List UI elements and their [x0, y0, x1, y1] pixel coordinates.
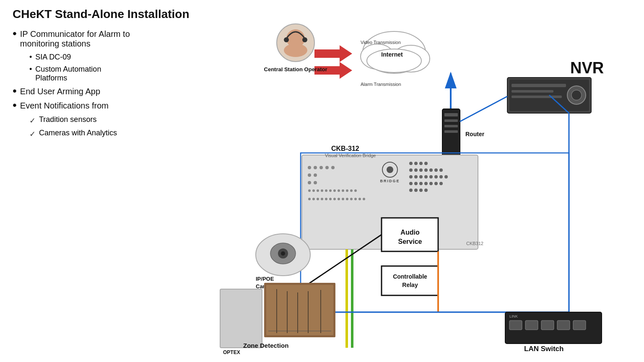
svg-text:Service: Service	[398, 238, 422, 245]
svg-text:Internet: Internet	[381, 51, 403, 58]
svg-point-27	[382, 162, 397, 177]
bullet-sub-cameras: ✓ Cameras with Analytics	[29, 129, 189, 139]
svg-rect-15	[512, 90, 553, 93]
svg-point-113	[278, 248, 288, 259]
svg-point-40	[312, 189, 315, 192]
svg-rect-14	[512, 84, 566, 87]
bullet-sub-text-custom: Custom AutomationPlatforms	[35, 65, 101, 83]
svg-point-144	[277, 24, 314, 62]
svg-text:CKB-312: CKB-312	[331, 145, 359, 152]
svg-point-85	[414, 182, 418, 185]
svg-point-55	[325, 198, 327, 200]
diagram-svg: Internet Video Transmission Alarm Transm…	[218, 13, 629, 356]
svg-point-36	[314, 173, 317, 177]
svg-marker-6	[314, 45, 352, 62]
svg-point-37	[308, 181, 311, 184]
svg-point-118	[275, 315, 291, 330]
svg-point-59	[342, 198, 344, 200]
svg-rect-136	[541, 321, 554, 330]
svg-point-67	[419, 162, 423, 165]
svg-point-52	[312, 198, 315, 200]
svg-point-47	[342, 189, 344, 192]
svg-point-61	[350, 198, 353, 200]
svg-point-30	[308, 166, 311, 169]
svg-point-64	[363, 198, 365, 200]
svg-point-72	[424, 168, 428, 172]
svg-point-62	[354, 198, 357, 200]
svg-point-39	[308, 189, 311, 192]
svg-point-88	[429, 182, 433, 185]
svg-text:CKB312: CKB312	[466, 241, 483, 246]
svg-point-32	[319, 166, 323, 169]
svg-rect-137	[557, 321, 570, 330]
svg-rect-135	[525, 321, 538, 330]
svg-rect-119	[280, 329, 286, 331]
page: CHeKT Stand-Alone Installation • IP Comm…	[0, 0, 644, 362]
svg-rect-120	[280, 331, 286, 334]
svg-point-28	[387, 166, 393, 173]
svg-point-3	[367, 49, 421, 72]
bullet-item-1: • IP Communicator for Alarm tomonitoring…	[13, 29, 189, 49]
bullet-text-1: IP Communicator for Alarm tomonitoring s…	[20, 29, 130, 49]
svg-rect-16	[512, 96, 562, 98]
svg-point-74	[434, 168, 438, 172]
diagram: Internet Video Transmission Alarm Transm…	[218, 13, 629, 356]
svg-point-91	[409, 189, 413, 192]
bullet-text-2: End User Arming App	[20, 87, 100, 96]
svg-point-53	[317, 198, 319, 200]
svg-point-50	[354, 189, 357, 192]
svg-point-93	[419, 189, 423, 192]
svg-rect-26	[302, 155, 478, 249]
svg-line-24	[460, 96, 507, 122]
bullet-sub-text-sensors: Tradition sensors	[39, 115, 96, 124]
svg-point-79	[424, 175, 428, 178]
svg-point-75	[439, 168, 443, 172]
svg-rect-10	[507, 78, 591, 113]
svg-point-63	[358, 198, 361, 200]
bullet-text-3: Event Notifications from	[20, 101, 109, 111]
svg-point-71	[419, 168, 423, 172]
svg-point-68	[424, 162, 428, 165]
svg-point-1	[361, 44, 394, 69]
svg-point-146	[284, 44, 307, 57]
svg-point-2	[392, 45, 430, 72]
svg-rect-21	[444, 125, 458, 127]
svg-point-65	[409, 162, 413, 165]
svg-marker-7	[314, 62, 352, 79]
bullet-dot-2: •	[13, 85, 17, 97]
svg-point-46	[338, 189, 340, 192]
svg-text:Controllable: Controllable	[393, 273, 427, 280]
svg-rect-133	[505, 312, 602, 344]
svg-rect-22	[444, 130, 458, 133]
svg-point-31	[314, 166, 317, 169]
svg-point-69	[409, 168, 413, 172]
svg-point-86	[419, 182, 423, 185]
bullet-dot-1: •	[13, 28, 17, 39]
check-mark-2: ✓	[29, 129, 36, 139]
svg-text:Video Transmission: Video Transmission	[361, 40, 401, 45]
svg-text:Central Station Operator: Central Station Operator	[264, 66, 327, 72]
svg-rect-25	[301, 153, 569, 312]
svg-text:Alarm Transmission: Alarm Transmission	[361, 82, 401, 87]
svg-text:Camera: Camera	[256, 283, 276, 290]
svg-point-35	[308, 173, 311, 177]
svg-rect-134	[509, 321, 522, 330]
svg-point-41	[317, 189, 319, 192]
svg-text:IP/POE: IP/POE	[256, 276, 274, 282]
svg-point-51	[308, 198, 311, 200]
bullet-item-2: • End User Arming App	[13, 87, 189, 97]
internet-cloud: Internet	[361, 31, 430, 73]
svg-text:LAN Switch: LAN Switch	[524, 345, 564, 353]
svg-point-33	[325, 166, 329, 169]
svg-rect-138	[573, 321, 586, 330]
svg-point-90	[439, 182, 443, 185]
bullet-sub-dot-2: •	[29, 65, 32, 74]
svg-point-77	[414, 175, 418, 178]
svg-rect-121	[220, 289, 262, 348]
bullet-sub-dot-1: •	[29, 53, 32, 62]
svg-point-45	[333, 189, 336, 192]
svg-rect-101	[382, 266, 438, 295]
svg-point-12	[567, 86, 586, 104]
svg-text:Zone Detection: Zone Detection	[243, 342, 288, 349]
svg-text:OPTEX: OPTEX	[223, 349, 240, 355]
